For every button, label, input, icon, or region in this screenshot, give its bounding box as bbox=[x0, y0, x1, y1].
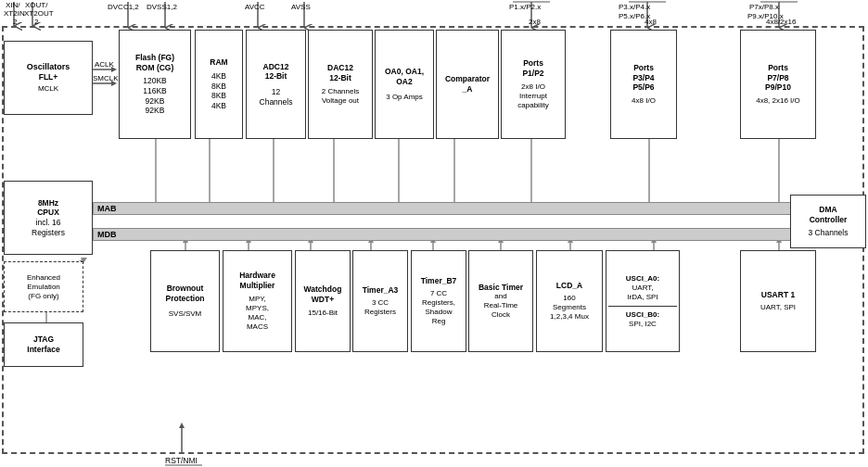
svg-text:2: 2 bbox=[13, 18, 18, 26]
svg-text:DVSS1,2: DVSS1,2 bbox=[147, 3, 177, 11]
dac12-box: DAC12 12-Bit 2 Channels Voltage out bbox=[308, 30, 373, 139]
svg-text:AVCC: AVCC bbox=[245, 3, 265, 11]
ram-title: RAM bbox=[210, 57, 227, 68]
ports-p3p6-title: Ports bbox=[633, 63, 654, 73]
ram-box: RAM 4KB 8KB 8KB 4KB bbox=[195, 30, 243, 139]
svg-text:P3.x/P4.x: P3.x/P4.x bbox=[619, 3, 650, 11]
oa-title: OA0, OA1, bbox=[385, 67, 424, 77]
usci-a0-title: USCI_A0: bbox=[626, 274, 659, 284]
timer-a3-box: Timer_A3 3 CC Registers bbox=[352, 250, 408, 352]
svg-text:P7x/P8.x: P7x/P8.x bbox=[749, 3, 779, 11]
svg-text:XT2IN: XT2IN bbox=[4, 9, 25, 18]
timer-b7-box: Timer_B7 7 CC Registers, Shadow Reg bbox=[411, 250, 466, 352]
hw-mult-title: Hardware bbox=[239, 271, 275, 281]
svg-text:RST/NMI: RST/NMI bbox=[165, 456, 198, 465]
hw-mult-box: Hardware Multiplier MPY, MPYS, MAC, MACS bbox=[223, 250, 292, 352]
flash-rom-box: Flash (FG) ROM (CG) 120KB 116KB 92KB 92K… bbox=[119, 30, 191, 139]
svg-text:XOUT/: XOUT/ bbox=[25, 1, 48, 9]
watchdog-title: Watchdog bbox=[304, 284, 342, 295]
watchdog-box: Watchdog WDT+ 15/16-Bit bbox=[295, 250, 351, 352]
usart1-title: USART 1 bbox=[761, 290, 795, 300]
ports-p3p6-box: Ports P3/P4 P5/P6 4x8 I/O bbox=[610, 30, 677, 139]
dma-box: DMA Controller 3 Channels bbox=[790, 195, 866, 248]
usci-b0-title: USCI_B0: bbox=[626, 310, 659, 320]
svg-text:P9.x/P10.x: P9.x/P10.x bbox=[747, 12, 784, 20]
ports-p1p2-title: Ports bbox=[523, 58, 543, 69]
oscillators-fll: FLL+ bbox=[39, 72, 58, 82]
enhanced-emulation-title: Enhanced bbox=[27, 273, 60, 283]
mab-bus: MAB bbox=[93, 202, 846, 215]
ports-p7p10-title: Ports bbox=[768, 63, 788, 73]
comparator-title: Comparator bbox=[445, 74, 490, 84]
ports-p7p10-box: Ports P7/P8 P9/P10 4x8, 2x16 I/O bbox=[740, 30, 816, 139]
cpu-title: 8MHz bbox=[38, 198, 58, 208]
svg-text:DVCC1,2: DVCC1,2 bbox=[108, 3, 139, 11]
enhanced-emulation-box: Enhanced Emulation (FG only) bbox=[4, 261, 83, 312]
basic-timer-title: Basic Timer bbox=[479, 283, 523, 293]
oscillators-box: Oscillators FLL+ MCLK bbox=[4, 41, 93, 115]
jtag-title: JTAG bbox=[33, 334, 54, 345]
brownout-box: Brownout Protection SVS/SVM bbox=[150, 250, 220, 352]
oscillators-mclk: MCLK bbox=[38, 84, 58, 94]
brownout-title: Brownout bbox=[167, 284, 204, 294]
adc12-title: ADC12 bbox=[263, 62, 289, 72]
svg-text:4x8/2x16: 4x8/2x16 bbox=[766, 18, 797, 26]
svg-text:P1.x/P2.x: P1.x/P2.x bbox=[509, 3, 541, 11]
svg-text:2x8: 2x8 bbox=[529, 18, 541, 26]
svg-text:XIN/: XIN/ bbox=[6, 1, 20, 9]
jtag-box: JTAG Interface bbox=[4, 322, 83, 367]
oscillators-title: Oscillators bbox=[27, 62, 70, 72]
ports-p1p2-box: Ports P1/P2 2x8 I/O Interrupt capability bbox=[501, 30, 566, 139]
dma-title: DMA bbox=[819, 205, 836, 215]
lcd-a-title: LCD_A bbox=[556, 281, 582, 291]
rom-title: ROM (CG) bbox=[136, 63, 174, 73]
dac12-title: DAC12 bbox=[327, 63, 353, 73]
oa-box: OA0, OA1, OA2 3 Op Amps bbox=[375, 30, 434, 139]
lcd-a-box: LCD_A 160 Segments 1,2,3,4 Mux bbox=[536, 250, 603, 352]
timer-a3-title: Timer_A3 bbox=[363, 285, 399, 296]
usci-box: USCI_A0: UART, IrDA, SPI USCI_B0: SPI, I… bbox=[606, 250, 680, 352]
mdb-bus: MDB bbox=[93, 228, 846, 241]
basic-timer-box: Basic Timer and Real-Time Clock bbox=[468, 250, 533, 352]
block-diagram: XIN/ XT2IN XOUT/ XT2OUT 2 2 DVCC1,2 DVSS… bbox=[0, 0, 868, 467]
comparator-box: Comparator _A bbox=[436, 30, 499, 139]
flash-sizes: 120KB bbox=[143, 76, 167, 86]
cpu-box: 8MHz CPUX incl. 16 Registers bbox=[4, 181, 93, 255]
timer-b7-title: Timer_B7 bbox=[421, 276, 457, 286]
svg-text:AVSS: AVSS bbox=[291, 3, 311, 11]
svg-text:4x8: 4x8 bbox=[645, 18, 657, 26]
svg-text:2: 2 bbox=[34, 18, 39, 26]
adc12-box: ADC12 12-Bit 12 Channels bbox=[246, 30, 306, 139]
svg-text:P5.x/P6.x: P5.x/P6.x bbox=[619, 12, 650, 20]
flash-title: Flash (FG) bbox=[135, 53, 174, 63]
svg-text:XT2OUT: XT2OUT bbox=[24, 9, 54, 18]
usart1-box: USART 1 UART, SPI bbox=[740, 250, 816, 352]
